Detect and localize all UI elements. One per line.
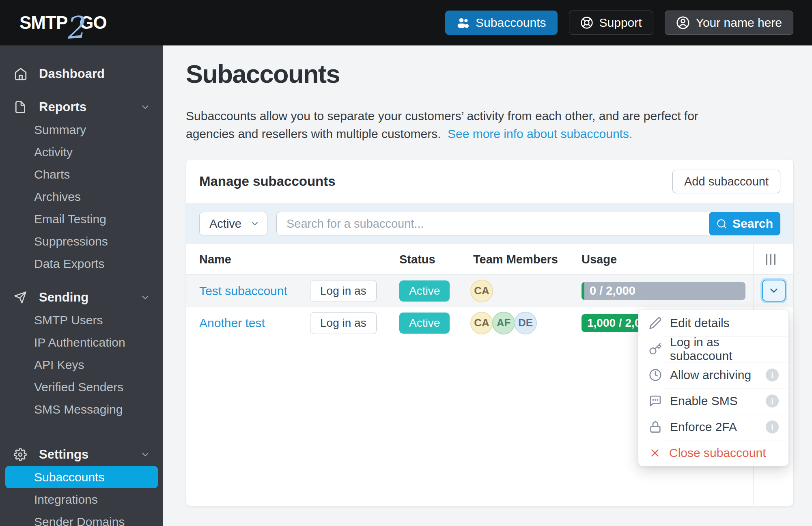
sidebar-settings-label: Settings	[39, 447, 88, 462]
subaccount-name-link[interactable]: Test subaccount	[199, 284, 287, 298]
menu-item-login-as-subaccount[interactable]: Log in as subaccount	[638, 336, 788, 362]
key-icon	[649, 343, 662, 356]
sidebar-item-label: Verified Senders	[34, 380, 123, 394]
sidebar-item-email-testing[interactable]: Email Testing	[0, 208, 163, 230]
account-button[interactable]: Your name here	[665, 11, 793, 35]
users-icon	[457, 16, 470, 29]
sidebar-item-charts[interactable]: Charts	[0, 163, 163, 185]
table-row: Test subaccount Log in as Active CA 0 / …	[186, 275, 793, 307]
search-field-wrap: Search	[276, 212, 780, 235]
page-description: Subaccounts allow you to separate your c…	[186, 107, 698, 143]
info-icon[interactable]: i	[766, 369, 779, 382]
subaccounts-info-link[interactable]: See more info about subaccounts.	[448, 127, 632, 140]
sidebar: Dashboard Reports Summary Activity Chart…	[0, 45, 163, 526]
menu-item-close-subaccount[interactable]: Close subaccount	[638, 440, 788, 466]
info-icon[interactable]: i	[766, 394, 779, 407]
sidebar-item-label: Data Exports	[34, 257, 104, 271]
clock-icon	[649, 369, 662, 382]
filter-bar: Active Search	[186, 203, 793, 244]
chevron-down-icon	[140, 292, 151, 303]
column-header-team: Team Members	[473, 252, 558, 266]
avatar: AF	[492, 312, 515, 334]
user-circle-icon	[676, 16, 690, 30]
support-label: Support	[599, 16, 642, 30]
subaccount-name-link[interactable]: Another test	[199, 316, 265, 330]
sidebar-item-label: Sender Domains	[34, 515, 125, 526]
team-members: CA AF DE	[470, 312, 536, 334]
subaccounts-nav-label: Subaccounts	[476, 16, 546, 30]
pencil-icon	[649, 317, 662, 330]
menu-item-label: Edit details	[670, 316, 730, 330]
lock-icon	[649, 420, 662, 433]
sidebar-item-suppressions[interactable]: Suppressions	[0, 230, 163, 252]
smtp2go-app: SMTP2GO Subaccounts Support Your name he…	[0, 0, 812, 526]
smtp2go-logo[interactable]: SMTP2GO	[19, 13, 107, 33]
search-icon	[716, 218, 727, 229]
menu-item-enable-sms[interactable]: Enable SMS i	[638, 388, 788, 414]
logo-text-smtp: SMTP	[19, 13, 67, 33]
sidebar-item-label: Summary	[34, 123, 86, 137]
row-actions-chevron-button[interactable]	[762, 280, 786, 302]
column-header-name: Name	[199, 252, 231, 266]
avatar: CA	[470, 312, 493, 334]
sidebar-item-integrations[interactable]: Integrations	[0, 488, 163, 511]
columns-icon[interactable]	[766, 254, 775, 265]
sidebar-item-activity[interactable]: Activity	[0, 141, 163, 163]
chevron-down-icon	[140, 449, 151, 460]
search-button[interactable]: Search	[709, 212, 780, 235]
sidebar-item-api-keys[interactable]: API Keys	[0, 354, 163, 376]
status-filter-value: Active	[209, 217, 241, 231]
sidebar-item-label: Integrations	[34, 493, 98, 507]
logo-numeral-2: 2	[65, 27, 84, 28]
sidebar-item-label: Email Testing	[34, 212, 106, 226]
sidebar-item-smtp-users[interactable]: SMTP Users	[0, 309, 163, 331]
sidebar-section-reports[interactable]: Reports	[0, 96, 163, 119]
description-line-2: agencies and resellers with multiple cus…	[186, 127, 441, 140]
sidebar-item-sender-domains[interactable]: Sender Domains	[0, 511, 163, 526]
sidebar-dashboard-label: Dashboard	[39, 67, 105, 81]
add-subaccount-button[interactable]: Add subaccount	[672, 170, 780, 193]
card-title: Manage subaccounts	[199, 174, 336, 189]
menu-item-label: Log in as subaccount	[670, 335, 779, 363]
column-header-usage: Usage	[582, 252, 617, 266]
sidebar-item-archives[interactable]: Archives	[0, 185, 163, 208]
sidebar-item-label: Archives	[34, 190, 81, 204]
avatar: DE	[514, 312, 537, 334]
menu-item-allow-archiving[interactable]: Allow archiving i	[638, 362, 788, 388]
close-icon	[649, 447, 661, 459]
support-button[interactable]: Support	[569, 11, 653, 35]
chevron-down-icon	[140, 102, 151, 112]
sidebar-item-dashboard[interactable]: Dashboard	[0, 63, 163, 85]
gear-icon	[14, 447, 28, 462]
sidebar-item-verified-senders[interactable]: Verified Senders	[0, 376, 163, 398]
top-header-bar: SMTP2GO Subaccounts Support Your name he…	[0, 0, 812, 45]
lifebuoy-icon	[580, 16, 593, 29]
status-badge: Active	[399, 280, 450, 302]
sidebar-item-summary[interactable]: Summary	[0, 119, 163, 141]
sidebar-item-ip-authentication[interactable]: IP Authentication	[0, 331, 163, 354]
menu-item-label: Close subaccount	[669, 446, 766, 460]
menu-item-enforce-2fa[interactable]: Enforce 2FA i	[638, 414, 788, 440]
sidebar-reports-label: Reports	[39, 100, 86, 114]
sidebar-item-sms-messaging[interactable]: SMS Messaging	[0, 398, 163, 420]
sidebar-item-label: Subaccounts	[34, 470, 104, 484]
status-badge: Active	[399, 313, 450, 334]
menu-item-edit-details[interactable]: Edit details	[638, 310, 788, 336]
manage-subaccounts-card: Manage subaccounts Add subaccount Active	[186, 159, 794, 506]
description-line-1: Subaccounts allow you to separate your c…	[186, 109, 698, 123]
card-header: Manage subaccounts Add subaccount	[186, 160, 793, 203]
search-button-label: Search	[732, 217, 773, 231]
info-icon[interactable]: i	[766, 420, 779, 433]
sidebar-item-data-exports[interactable]: Data Exports	[0, 252, 163, 275]
sidebar-section-settings[interactable]: Settings	[0, 443, 163, 466]
sidebar-item-subaccounts[interactable]: Subaccounts	[5, 466, 158, 488]
status-filter-dropdown[interactable]: Active	[199, 212, 267, 235]
subaccounts-nav-button[interactable]: Subaccounts	[445, 11, 557, 35]
log-in-as-button[interactable]: Log in as	[310, 312, 377, 334]
column-header-status: Status	[399, 252, 435, 266]
table-header-row: Name Status Team Members Usage	[186, 244, 793, 275]
search-input[interactable]	[276, 212, 780, 235]
sidebar-section-sending[interactable]: Sending	[0, 286, 163, 309]
sidebar-item-label: API Keys	[34, 358, 84, 372]
log-in-as-button[interactable]: Log in as	[310, 280, 377, 302]
